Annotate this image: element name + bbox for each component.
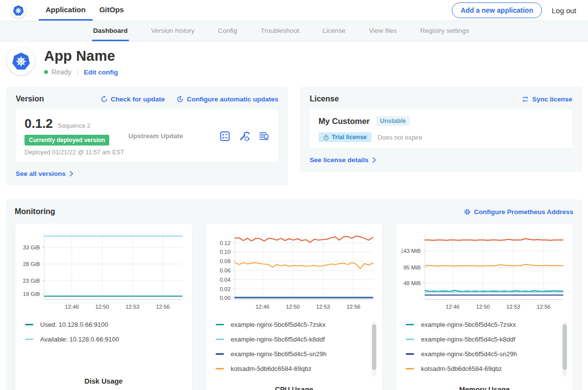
legend-swatch <box>25 324 33 325</box>
svg-text:12:50: 12:50 <box>476 304 490 310</box>
legend-scrollbar[interactable] <box>563 322 567 377</box>
legend-label: kotsadm-5db6dc6584-69qbz <box>231 365 312 372</box>
tab-config-label: Config <box>218 27 237 34</box>
license-card-title: License <box>310 95 339 103</box>
deployed-badge: Currently deployed version <box>24 135 109 146</box>
chart-title: CPU Usage <box>212 380 377 390</box>
tab-view-files[interactable]: View files <box>368 21 398 41</box>
svg-text:12:56: 12:56 <box>346 304 360 310</box>
sync-license-button[interactable]: Sync license <box>521 96 572 103</box>
logout-button[interactable]: Log out <box>552 6 576 15</box>
config-wrench-icon[interactable] <box>239 130 250 142</box>
status-dot <box>44 70 48 74</box>
legend-swatch <box>216 353 224 355</box>
check-for-update-button[interactable]: Check for update <box>100 96 165 103</box>
memory-usage-card: 12:4612:5012:5312:56143 MiB95 MiB48 MiB … <box>395 223 573 390</box>
legend-item: Available: 10.128.0.66:9100 <box>25 336 184 343</box>
cpu-usage-chart: 12:4612:5012:5312:560.120.100.080.060.04… <box>212 228 377 315</box>
svg-text:12:56: 12:56 <box>537 304 551 310</box>
chart-title: Memory Usage <box>402 380 567 390</box>
svg-text:0.04: 0.04 <box>220 277 230 283</box>
tab-registry-settings[interactable]: Registry settings <box>419 21 470 41</box>
legend-swatch <box>406 339 414 340</box>
svg-text:28 GiB: 28 GiB <box>23 261 40 267</box>
legend-swatch <box>406 353 414 355</box>
see-all-versions-link[interactable]: See all versions <box>16 170 74 177</box>
legend-item: example-nginx-5bc6f5d4c5-k8ddf <box>216 336 375 343</box>
see-license-details-link[interactable]: See license details <box>310 156 377 164</box>
legend-scrollbar-thumb[interactable] <box>563 324 567 370</box>
top-nav-tabs: Application GitOps <box>39 0 131 21</box>
legend-scrollbar[interactable] <box>372 322 376 377</box>
svg-text:33 GiB: 33 GiB <box>23 244 40 250</box>
tab-application-label: Application <box>46 5 86 14</box>
cpu-usage-legend: example-nginx-5bc6f5d4c5-7zskxexample-ng… <box>212 321 377 380</box>
see-all-versions-label: See all versions <box>16 170 66 177</box>
app-avatar <box>7 47 35 75</box>
legend-item: kotsadm-5db6dc6584-69qbz <box>216 365 375 372</box>
legend-label: example-nginx-5bc6f5d4c5-sn29h <box>231 350 327 358</box>
configure-automatic-updates-button[interactable]: Configure automatic updates <box>176 96 278 103</box>
license-card: License Sync license My Customer Unstabl… <box>300 87 582 172</box>
svg-text:0.12: 0.12 <box>220 240 230 246</box>
tab-registry-settings-label: Registry settings <box>420 27 469 34</box>
tab-gitops[interactable]: GitOps <box>93 0 131 21</box>
add-application-button[interactable]: Add a new application <box>452 2 542 18</box>
memory-usage-chart: 12:4612:5012:5312:56143 MiB95 MiB48 MiB <box>402 228 567 315</box>
svg-text:12:56: 12:56 <box>156 304 170 310</box>
edit-config-link[interactable]: Edit config <box>84 69 118 76</box>
channel-badge: Unstable <box>376 116 410 126</box>
deploy-logs-icon[interactable] <box>258 130 270 142</box>
version-card-title: Version <box>16 95 44 103</box>
sync-license-label: Sync license <box>532 96 572 103</box>
svg-text:12:46: 12:46 <box>446 304 460 310</box>
legend-item: example-nginx-5bc6f5d4c5-k8ddf <box>406 336 565 343</box>
svg-text:0.00: 0.00 <box>220 295 230 301</box>
legend-label: example-nginx-5bc6f5d4c5-sn29h <box>421 350 517 358</box>
memory-usage-legend: example-nginx-5bc6f5d4c5-7zskxexample-ng… <box>402 321 567 380</box>
chart-title: Disk Usage <box>21 371 186 390</box>
svg-text:12:46: 12:46 <box>255 304 269 310</box>
legend-swatch <box>216 339 224 340</box>
monitoring-card: Monitoring Configure Prometheus Address … <box>6 199 582 390</box>
legend-label: example-nginx-5bc6f5d4c5-7zskx <box>231 321 326 328</box>
tab-license-label: License <box>322 27 345 34</box>
monitoring-title: Monitoring <box>15 207 55 216</box>
tab-application[interactable]: Application <box>39 0 93 21</box>
gear-icon <box>464 208 471 216</box>
svg-text:143 MiB: 143 MiB <box>402 248 421 254</box>
customer-name: My Customer <box>318 117 370 126</box>
tab-config[interactable]: Config <box>217 21 238 41</box>
configure-prometheus-button[interactable]: Configure Prometheus Address <box>464 208 573 216</box>
trial-license-label: Trial license <box>332 134 367 141</box>
legend-scrollbar-thumb[interactable] <box>372 324 376 370</box>
svg-text:48 MiB: 48 MiB <box>404 280 421 286</box>
legend-item: example-nginx-5bc6f5d4c5-7zskx <box>406 321 565 328</box>
divider: | <box>76 68 78 76</box>
tab-dashboard-label: Dashboard <box>93 27 128 34</box>
chevron-right-icon <box>69 171 74 177</box>
tab-view-files-label: View files <box>369 27 397 34</box>
svg-text:0.10: 0.10 <box>220 249 230 255</box>
svg-text:12:53: 12:53 <box>316 304 330 310</box>
top-nav: Application GitOps Add a new application… <box>0 0 588 21</box>
deployed-timestamp: Deployed 01/21/22 @ 11:57 am EST <box>24 149 128 156</box>
svg-text:0.02: 0.02 <box>220 286 230 292</box>
tab-troubleshoot[interactable]: Troubleshoot <box>260 21 300 41</box>
license-expiry: Does not expire <box>378 134 422 141</box>
disk-usage-card: 12:4612:5012:5312:5633 GiB28 GiB23 GiB19… <box>15 223 193 390</box>
legend-label: Available: 10.128.0.66:9100 <box>40 336 119 343</box>
svg-text:19 GiB: 19 GiB <box>23 291 40 297</box>
cpu-usage-card: 12:4612:5012:5312:560.120.100.080.060.04… <box>205 223 383 390</box>
legend-swatch <box>406 368 414 369</box>
chevron-right-icon <box>371 157 377 163</box>
legend-item: example-nginx-5bc6f5d4c5-sn29h <box>216 350 375 358</box>
preflight-checks-icon[interactable] <box>220 131 230 142</box>
tab-license[interactable]: License <box>321 21 346 41</box>
legend-item: example-nginx-5bc6f5d4c5-7zskx <box>216 321 375 328</box>
see-license-details-label: See license details <box>310 156 368 164</box>
tab-dashboard[interactable]: Dashboard <box>92 21 129 41</box>
current-version-row: 0.1.2 Sequence 2 Currently deployed vers… <box>16 110 278 162</box>
version-number: 0.1.2 <box>24 116 53 131</box>
tab-version-history[interactable]: Version history <box>150 21 196 41</box>
